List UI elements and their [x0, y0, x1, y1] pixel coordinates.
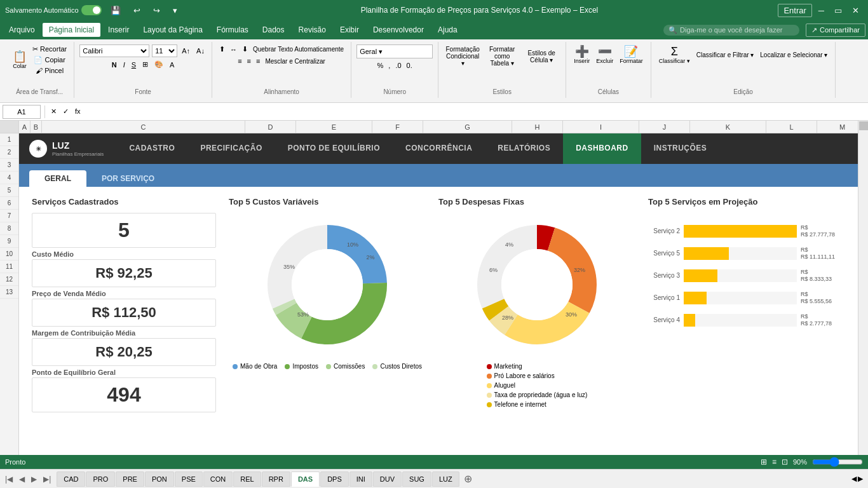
- format-button[interactable]: 📝 Formatar: [617, 44, 646, 65]
- zoom-slider[interactable]: [812, 457, 863, 467]
- font-color-button[interactable]: A: [168, 60, 176, 69]
- sheet-tab-dps[interactable]: DPS: [320, 471, 349, 487]
- page-break-button[interactable]: ⊡: [782, 458, 788, 466]
- tab-next-button[interactable]: ▶: [29, 473, 39, 485]
- percent-button[interactable]: %: [376, 61, 386, 70]
- delete-button[interactable]: ➖ Excluir: [593, 44, 616, 65]
- tab-geral[interactable]: GERAL: [29, 170, 86, 187]
- col-f[interactable]: F: [372, 121, 423, 133]
- cell-styles-button[interactable]: Estilos de Célula ▾: [522, 48, 560, 65]
- cell-reference[interactable]: A1: [3, 105, 41, 119]
- sheet-tab-luz[interactable]: LUZ: [432, 471, 459, 487]
- nav-instrucoes[interactable]: INSTRUÇÕES: [641, 133, 720, 164]
- menu-dados[interactable]: Dados: [256, 23, 291, 37]
- formula-input[interactable]: [85, 105, 865, 119]
- col-d[interactable]: D: [245, 121, 296, 133]
- search-input[interactable]: [680, 26, 794, 34]
- align-middle-button[interactable]: ↔: [228, 45, 239, 54]
- col-l[interactable]: L: [766, 121, 817, 133]
- increase-decimal-button[interactable]: .0: [393, 61, 403, 70]
- share-button[interactable]: ↗ Compartilhar: [806, 24, 865, 37]
- menu-layout[interactable]: Layout da Página: [137, 23, 208, 37]
- sheet-tab-das[interactable]: DAS: [291, 471, 320, 487]
- autosum-button[interactable]: Σ Classificar ▾: [656, 44, 693, 65]
- merge-center-button[interactable]: Mesclar e Centralizar: [263, 57, 327, 65]
- comma-button[interactable]: ,: [386, 61, 392, 70]
- nav-precificacao[interactable]: PRECIFICAÇÃO: [187, 133, 275, 164]
- sheet-tab-ini[interactable]: INI: [349, 471, 372, 487]
- insert-button[interactable]: ➕ Inserir: [571, 44, 592, 65]
- font-select[interactable]: Calibri: [79, 44, 149, 57]
- sheet-tab-sug[interactable]: SUG: [402, 471, 431, 487]
- add-sheet-button[interactable]: ⊕: [460, 473, 476, 485]
- sort-filter-button[interactable]: Classificar e Filtrar ▾: [694, 50, 757, 60]
- scroll-up-arrow[interactable]: [859, 121, 868, 130]
- sheet-tab-pse[interactable]: PSE: [175, 471, 203, 487]
- border-button[interactable]: ⊞: [140, 60, 150, 69]
- sheet-tab-pro[interactable]: PRO: [86, 471, 115, 487]
- sheet-tab-con[interactable]: CON: [203, 471, 233, 487]
- tab-last-button[interactable]: ▶|: [41, 473, 53, 485]
- align-center-button[interactable]: ≡: [245, 57, 253, 65]
- col-k[interactable]: K: [690, 121, 766, 133]
- tab-scroll-left[interactable]: ◀: [851, 475, 857, 483]
- paste-button[interactable]: 📋 Colar: [10, 50, 29, 71]
- col-h[interactable]: H: [512, 121, 563, 133]
- format-painter-button[interactable]: 🖌 Pincel: [31, 66, 69, 75]
- menu-revisao[interactable]: Revisão: [292, 23, 332, 37]
- sheet-tab-duv[interactable]: DUV: [373, 471, 402, 487]
- menu-pagina-inicial[interactable]: Página Inicial: [43, 23, 100, 37]
- col-j[interactable]: J: [639, 121, 690, 133]
- sheet-tab-pre[interactable]: PRE: [116, 471, 144, 487]
- undo-button[interactable]: ↩: [130, 4, 144, 17]
- enter-button[interactable]: Entrar: [778, 4, 811, 17]
- search-box[interactable]: 🔍: [663, 25, 799, 36]
- maximize-button[interactable]: ▭: [831, 4, 846, 17]
- tab-por-servico[interactable]: POR SERVIÇO: [86, 170, 170, 187]
- conditional-format-button[interactable]: Formatação Condicional ▾: [444, 44, 482, 68]
- vertical-scrollbar[interactable]: [858, 121, 868, 455]
- col-i[interactable]: I: [563, 121, 639, 133]
- italic-button[interactable]: I: [121, 60, 127, 69]
- menu-formulas[interactable]: Fórmulas: [210, 23, 255, 37]
- menu-arquivo[interactable]: Arquivo: [3, 23, 41, 37]
- find-select-button[interactable]: Localizar e Selecionar ▾: [757, 50, 830, 60]
- col-m[interactable]: M: [817, 121, 858, 133]
- wrap-text-button[interactable]: Quebrar Texto Automaticamente: [251, 45, 346, 53]
- tab-scroll-right[interactable]: ▶: [858, 475, 863, 483]
- normal-view-button[interactable]: ≡: [772, 458, 776, 466]
- decrease-decimal-button[interactable]: 0.: [405, 61, 414, 70]
- nav-cadastro[interactable]: CADASTRO: [116, 133, 187, 164]
- align-right-button[interactable]: ≡: [254, 57, 262, 65]
- autosave-toggle[interactable]: [81, 5, 102, 15]
- decrease-font-button[interactable]: A↓: [194, 46, 207, 55]
- format-table-button[interactable]: Formatar como Tabela ▾: [483, 44, 521, 68]
- confirm-formula-button[interactable]: ✓: [61, 107, 71, 116]
- menu-inserir[interactable]: Inserir: [102, 23, 135, 37]
- sheet-tab-rpr[interactable]: RPR: [262, 471, 290, 487]
- align-bottom-button[interactable]: ⬇: [240, 44, 250, 54]
- col-a[interactable]: A: [19, 121, 31, 133]
- col-g[interactable]: G: [423, 121, 512, 133]
- copy-button[interactable]: 📄 Copiar: [31, 55, 69, 65]
- menu-ajuda[interactable]: Ajuda: [431, 23, 464, 37]
- fill-color-button[interactable]: 🎨: [153, 60, 165, 69]
- nav-ponto-equilibrio[interactable]: PONTO DE EQUILÍBRIO: [275, 133, 393, 164]
- nav-dashboard[interactable]: DASHBOARD: [563, 133, 641, 164]
- close-button[interactable]: ✕: [848, 4, 863, 17]
- col-c[interactable]: C: [42, 121, 245, 133]
- sheet-tab-cad[interactable]: CAD: [57, 471, 85, 487]
- nav-concorrencia[interactable]: CONCORRÊNCIA: [393, 133, 485, 164]
- bold-button[interactable]: N: [110, 60, 119, 69]
- align-left-button[interactable]: ≡: [236, 57, 243, 65]
- customize-button[interactable]: ▾: [169, 4, 181, 17]
- align-top-button[interactable]: ⬆: [217, 44, 227, 54]
- cancel-formula-button[interactable]: ✕: [49, 107, 58, 116]
- insert-function-button[interactable]: fx: [73, 107, 83, 116]
- tab-prev-button[interactable]: ◀: [17, 473, 27, 485]
- col-b[interactable]: B: [31, 121, 42, 133]
- menu-exibir[interactable]: Exibir: [334, 23, 365, 37]
- page-layout-button[interactable]: ⊞: [761, 458, 767, 466]
- increase-font-button[interactable]: A↑: [180, 46, 192, 55]
- fontsize-select[interactable]: 11: [152, 44, 177, 57]
